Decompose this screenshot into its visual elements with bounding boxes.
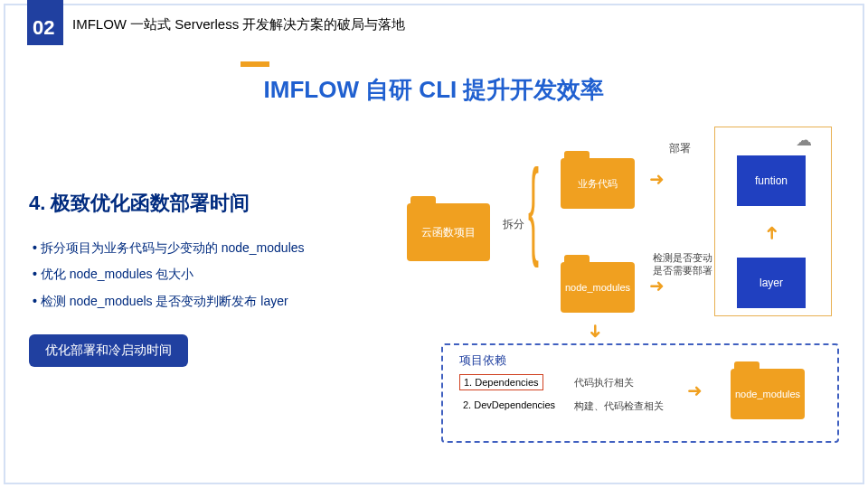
bullet-item: 拆分项目为业务代码与少变动的 node_modules: [33, 235, 305, 261]
dep-note: 构建、代码检查相关: [574, 399, 664, 413]
dependency-item: 1. Dependencies: [459, 374, 543, 390]
folder-icon: 云函数项目: [407, 203, 490, 261]
arrow-icon: ➜: [687, 380, 703, 401]
arrow-icon: ➜: [760, 225, 782, 240]
main-title: IMFLOW 自研 CLI 提升开发效率: [0, 74, 868, 106]
bullet-item: 检测 node_moduels 是否变动判断发布 layer: [33, 288, 305, 314]
function-box: funtion: [737, 155, 806, 206]
arrow-icon: ➜: [649, 275, 665, 296]
deps-title: 项目依赖: [459, 352, 506, 369]
split-label: 拆分: [503, 217, 524, 232]
bullet-item: 优化 node_modules 包大小: [33, 261, 305, 287]
dep-note: 代码执行相关: [574, 376, 634, 389]
folder-icon: 业务代码: [561, 158, 635, 209]
folder-icon: node_modules: [561, 262, 635, 313]
arrow-icon: ➜: [585, 324, 607, 339]
title-accent: [241, 61, 269, 67]
breadcrumb: IMFLOW 一站式 Serverless 开发解决方案的破局与落地: [72, 16, 405, 33]
detect-label: 检测是否变动: [653, 251, 712, 265]
section-subtitle: 4. 极致优化函数部署时间: [29, 190, 250, 217]
highlight-badge: 优化部署和冷启动时间: [29, 334, 188, 367]
folder-icon: node_modules: [731, 369, 805, 419]
layer-box: layer: [737, 258, 806, 308]
cloud-icon: ☁: [796, 130, 812, 150]
dependency-item: 2. DevDependencies: [459, 398, 559, 412]
arrow-icon: ➜: [649, 168, 665, 190]
bullet-list: 拆分项目为业务代码与少变动的 node_modules 优化 node_modu…: [33, 235, 305, 314]
brace-icon: {: [528, 145, 539, 269]
deploy-label: 部署: [669, 141, 691, 156]
architecture-diagram: 云函数项目 拆分 { 业务代码 node_modules ☁ funtion l…: [407, 127, 850, 470]
page-number: 02: [33, 16, 54, 40]
